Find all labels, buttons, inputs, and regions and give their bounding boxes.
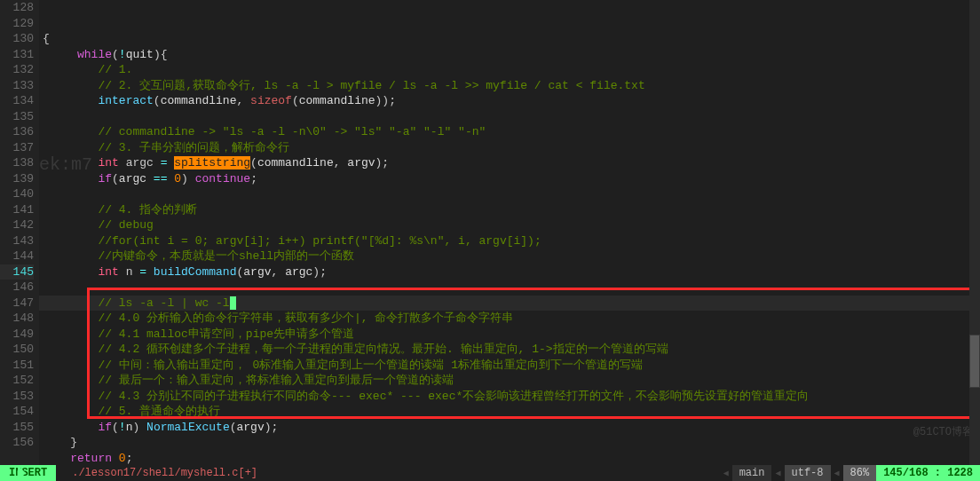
- cursor-position: 145/168 : 1228: [876, 465, 980, 481]
- vertical-scrollbar-track[interactable]: [969, 0, 980, 465]
- code-line[interactable]: // 最后一个：输入重定向，将标准输入重定向到最后一个管道的读端: [39, 373, 980, 389]
- line-number: 129: [0, 16, 34, 32]
- line-number: 154: [0, 404, 34, 420]
- line-number: 143: [0, 233, 34, 249]
- code-line[interactable]: // commandline -> "ls -a -l -n\0" -> "ls…: [39, 124, 980, 140]
- line-number: 156: [0, 435, 34, 451]
- line-number: 146: [0, 280, 34, 296]
- line-number: 152: [0, 373, 34, 389]
- code-line[interactable]: // 中间：输入输出重定向， 0标准输入重定向到上一个管道的读端 1标准输出重定…: [39, 358, 980, 374]
- chevron-left-icon: ◀: [771, 468, 784, 478]
- status-bar: INSERT ./lesson17/shell/myshell.c[+] ◀ m…: [0, 465, 980, 481]
- line-number: 140: [0, 186, 34, 202]
- code-content[interactable]: { while(!quit){ // 1. // 2. 交互问题,获取命令行, …: [39, 0, 980, 465]
- chevron-left-icon: ◀: [720, 468, 732, 478]
- code-line[interactable]: // 3. 子串分割的问题，解析命令行: [39, 140, 980, 156]
- line-number: 132: [0, 62, 34, 78]
- git-branch: main: [732, 465, 772, 481]
- line-number: 153: [0, 389, 34, 405]
- line-number: 149: [0, 327, 34, 343]
- line-number: 147: [0, 296, 34, 311]
- chevron-left-icon: ◀: [831, 468, 843, 478]
- line-number: 128: [0, 0, 34, 16]
- code-line[interactable]: // 4.1 malloc申请空间，pipe先申请多个管道: [39, 327, 980, 343]
- code-line[interactable]: if(!n) NormalExcute(argv);: [39, 420, 980, 436]
- code-line[interactable]: return 0;: [39, 451, 980, 466]
- scroll-percent: 86%: [843, 465, 877, 481]
- line-number: 131: [0, 47, 34, 63]
- file-encoding: utf-8: [785, 465, 831, 481]
- vim-mode-indicator: INSERT: [0, 465, 56, 481]
- line-number: 155: [0, 420, 34, 436]
- code-line[interactable]: // 5. 普通命令的执行: [39, 404, 980, 420]
- code-line[interactable]: // 4.2 循环创建多个子进程，每一个子进程的重定向情况。最开始. 输出重定向…: [39, 342, 980, 358]
- line-number: 137: [0, 140, 34, 156]
- code-line[interactable]: if(argc == 0) continue;: [39, 171, 980, 187]
- line-number: 136: [0, 124, 34, 140]
- line-number: 148: [0, 311, 34, 327]
- code-line[interactable]: [39, 280, 980, 296]
- code-line[interactable]: // 4.3 分别让不同的子进程执行不同的命令--- exec* --- exe…: [39, 389, 980, 405]
- code-line[interactable]: int n = buildCommand(argv, argc);: [39, 264, 980, 280]
- line-number: 145: [0, 264, 34, 280]
- line-number: 151: [0, 358, 34, 374]
- code-line[interactable]: {: [39, 31, 980, 47]
- line-number: 135: [0, 109, 34, 125]
- code-line[interactable]: // 2. 交互问题,获取命令行, ls -a -l > myfile / ls…: [39, 78, 980, 94]
- file-path: ./lesson17/shell/myshell.c[+]: [72, 467, 257, 479]
- code-line[interactable]: // ls -a -l | wc -l: [39, 296, 980, 311]
- line-number: 130: [0, 31, 34, 47]
- code-line[interactable]: // 1.: [39, 62, 980, 78]
- code-line[interactable]: // 4.0 分析输入的命令行字符串，获取有多少个|, 命令打散多个子命令字符串: [39, 311, 980, 327]
- code-line[interactable]: }: [39, 435, 980, 451]
- line-number: 150: [0, 342, 34, 358]
- code-line[interactable]: //内键命令，本质就是一个shell内部的一个函数: [39, 248, 980, 264]
- line-number: 142: [0, 217, 34, 233]
- code-line[interactable]: //for(int i = 0; argv[i]; i++) printf("[…: [39, 233, 980, 249]
- line-number: 134: [0, 93, 34, 109]
- code-line[interactable]: int argc = splitstring(commandline, argv…: [39, 155, 980, 171]
- line-number: 144: [0, 248, 34, 264]
- line-number-gutter: 1281291301311321331341351361371381391401…: [0, 0, 39, 465]
- code-line[interactable]: interact(commandline, sizeof(commandline…: [39, 93, 980, 109]
- code-line[interactable]: // debug: [39, 217, 980, 233]
- code-line[interactable]: [39, 109, 980, 125]
- line-number: 139: [0, 171, 34, 187]
- line-number: 133: [0, 78, 34, 94]
- code-line[interactable]: // 4. 指令的判断: [39, 202, 980, 218]
- line-number: 138: [0, 155, 34, 171]
- vertical-scrollbar-thumb[interactable]: [969, 335, 980, 388]
- code-line[interactable]: while(!quit){: [39, 47, 980, 63]
- code-line[interactable]: [39, 186, 980, 202]
- line-number: 141: [0, 202, 34, 218]
